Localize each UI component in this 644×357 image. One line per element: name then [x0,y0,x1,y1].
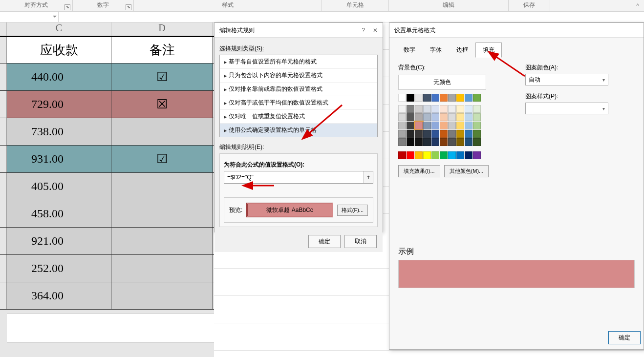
color-swatch[interactable] [448,151,456,159]
cell-c[interactable]: 458.00 [7,200,111,227]
tab-border[interactable]: 边框 [449,42,475,58]
dialog-launcher-icon[interactable]: ⬊ [126,4,131,10]
color-swatch[interactable] [423,130,431,138]
row-header[interactable] [0,173,7,200]
cell-d[interactable]: ☑ [111,146,213,172]
color-swatch[interactable] [431,122,439,129]
color-swatch[interactable] [423,94,431,102]
color-swatch[interactable] [465,122,472,129]
cell-c[interactable]: 931.00 [7,146,111,172]
color-swatch[interactable] [423,105,431,113]
color-swatch[interactable] [407,138,414,146]
color-swatch[interactable] [407,151,414,159]
cell-d[interactable] [111,118,213,145]
row-header[interactable] [0,282,7,309]
color-swatch[interactable] [465,105,472,113]
color-swatch[interactable] [431,94,439,102]
row-header[interactable] [0,200,7,227]
color-swatch[interactable] [431,130,439,138]
format-button[interactable]: 格式(F)... [337,205,368,216]
color-swatch[interactable] [415,138,423,146]
color-swatch[interactable] [423,138,431,146]
color-swatch[interactable] [448,130,456,138]
empty-cells[interactable] [7,314,214,343]
color-swatch[interactable] [440,151,448,159]
cell-d[interactable]: ☑ [111,63,213,90]
color-swatch[interactable] [440,94,448,102]
color-swatch[interactable] [415,130,423,138]
color-swatch[interactable] [440,105,448,113]
color-swatch[interactable] [398,138,406,146]
color-swatch[interactable] [415,94,423,102]
no-color-swatch[interactable] [398,94,406,102]
column-header-d[interactable]: D [111,22,213,36]
color-swatch[interactable] [473,94,481,102]
cancel-button[interactable]: 取消 [344,235,377,248]
tab-font[interactable]: 字体 [423,42,449,58]
color-swatch[interactable] [407,94,414,102]
spreadsheet[interactable]: C D 应收款 备注 440.00 ☑ 729.00 ☒ 738.00 931.… [0,22,214,357]
color-swatch[interactable] [431,105,439,113]
pattern-style-combo[interactable]: ▾ [525,103,608,114]
color-swatch[interactable] [456,113,464,121]
fill-effects-button[interactable]: 填充效果(I)... [398,165,440,177]
color-swatch[interactable] [473,138,481,146]
color-swatch[interactable] [456,105,464,113]
dialog-launcher-icon[interactable]: ⬊ [64,4,70,10]
rule-type-item[interactable]: 仅对排名靠前或靠后的数值设置格式 [220,83,377,96]
row-header[interactable] [0,91,7,118]
color-swatch[interactable] [473,151,481,159]
color-swatch[interactable] [448,113,456,121]
other-colors-button[interactable]: 其他颜色(M)... [444,165,489,177]
cell-c[interactable]: 364.00 [7,282,111,309]
cell-d[interactable]: ☒ [111,91,213,118]
color-swatch[interactable] [431,138,439,146]
row-header[interactable] [0,146,7,172]
header-cell-d[interactable]: 备注 [111,37,213,63]
cell-d[interactable] [111,255,213,282]
tab-number[interactable]: 数字 [396,42,423,58]
color-swatch[interactable] [456,94,464,102]
cell-d[interactable] [111,282,213,309]
color-swatch[interactable] [440,130,448,138]
color-swatch[interactable] [398,151,406,159]
rule-type-item[interactable]: 仅对高于或低于平均值的数值设置格式 [220,96,377,110]
ok-button[interactable]: 确定 [608,331,641,344]
select-all-corner[interactable] [0,22,7,36]
name-box[interactable] [0,12,59,22]
cell-c[interactable]: 405.00 [7,173,111,200]
color-swatch[interactable] [431,151,439,159]
rule-type-item[interactable]: 使用公式确定要设置格式的单元格 [220,124,377,137]
rule-type-item[interactable]: 基于各自值设置所有单元格的格式 [220,55,377,69]
color-swatch[interactable] [456,138,464,146]
color-swatch[interactable] [423,122,431,129]
close-icon[interactable]: ✕ [373,23,378,38]
color-swatch[interactable] [465,130,472,138]
ok-button[interactable]: 确定 [308,235,341,248]
rule-type-item[interactable]: 仅对唯一值或重复值设置格式 [220,110,377,124]
color-swatch[interactable] [431,113,439,121]
color-swatch[interactable] [473,113,481,121]
cell-c[interactable]: 252.00 [7,255,111,282]
row-header[interactable] [0,118,7,145]
no-color-button[interactable]: 无颜色 [398,75,486,90]
color-swatch[interactable] [398,122,406,129]
color-swatch[interactable] [407,130,414,138]
color-swatch[interactable] [473,130,481,138]
color-swatch[interactable] [448,138,456,146]
color-swatch[interactable] [456,151,464,159]
color-swatch[interactable] [465,113,472,121]
cell-c[interactable]: 738.00 [7,118,111,145]
color-swatch[interactable] [440,138,448,146]
color-swatch[interactable] [448,122,456,129]
color-swatch[interactable] [423,151,431,159]
color-swatch[interactable] [398,130,406,138]
header-cell-c[interactable]: 应收款 [7,37,111,63]
color-swatch[interactable] [440,122,448,129]
color-swatch[interactable] [448,94,456,102]
cell-d[interactable] [111,173,213,200]
formula-input[interactable] [224,171,363,183]
row-header[interactable] [0,255,7,282]
color-swatch[interactable] [407,105,414,113]
help-icon[interactable]: ? [362,23,365,38]
